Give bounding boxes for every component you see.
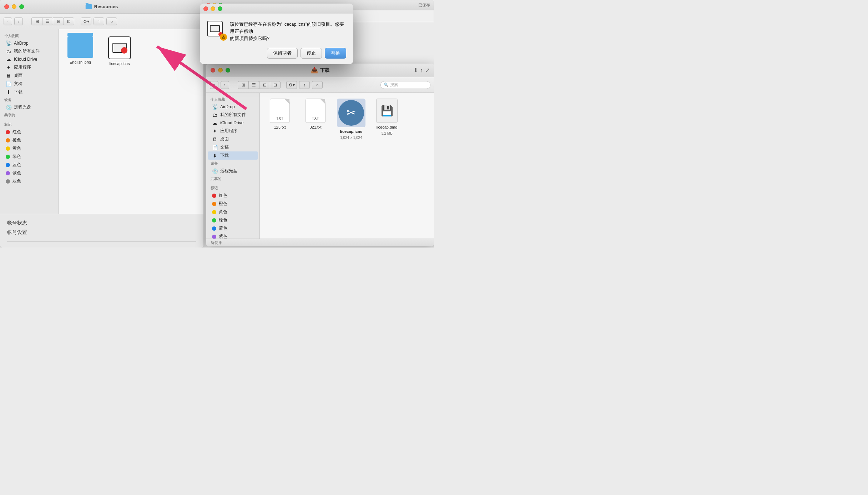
- sidebar-item-remote-disc[interactable]: 💿 远程光盘: [1, 103, 57, 111]
- sidebar-item-downloads[interactable]: ⬇ 下载: [1, 88, 57, 96]
- account-section: 帐号状态 帐号设置: [0, 214, 203, 248]
- dialog-warning-icon: ⚠: [220, 34, 227, 41]
- bg-toolbar: ‹ › ⊞ ☰ ⊟ ⊡ ⚙▾ ↑ ○: [0, 14, 203, 29]
- dialog-min-btn[interactable]: [211, 6, 215, 11]
- replace-button[interactable]: 替换: [325, 48, 346, 59]
- sidebar-item-green[interactable]: 绿色: [1, 152, 57, 161]
- sidebar-item-desktop[interactable]: 🖥 桌面: [1, 71, 57, 80]
- txt-123-icon: TXT: [270, 99, 290, 123]
- front-sidebar-desktop[interactable]: 🖥 桌面: [208, 135, 258, 143]
- sidebar-item-orange[interactable]: 橙色: [1, 136, 57, 144]
- front-max-btn[interactable]: [226, 68, 230, 72]
- front-sidebar-purple[interactable]: 紫色: [208, 232, 258, 239]
- folder-english-icon: [67, 36, 93, 58]
- forward-btn[interactable]: ›: [14, 18, 23, 25]
- bg-content: English.lproj licecap.icns: [59, 29, 203, 214]
- front-sidebar-disc[interactable]: 💿 远程光盘: [208, 167, 258, 175]
- front-red-dot: [212, 194, 216, 198]
- front-sidebar-docs[interactable]: 📄 文稿: [208, 143, 258, 151]
- front-search-box[interactable]: 🔍 搜索: [380, 81, 430, 89]
- file-english-lproj[interactable]: English.lproj: [66, 36, 95, 64]
- sidebar-item-blue[interactable]: 蓝色: [1, 161, 57, 169]
- dialog-message: 该位置已经存在在名称为"licecap.icns"的较旧项目。您要用正在移动的新…: [230, 21, 346, 42]
- front-list-view[interactable]: ☰: [248, 81, 259, 89]
- sidebar-item-purple[interactable]: 紫色: [1, 169, 57, 177]
- sidebar-item-airdrop[interactable]: 📡 AirDrop: [1, 39, 57, 47]
- front-icloud-icon: ☁: [212, 120, 218, 126]
- bg-window-title: Resources: [86, 4, 118, 9]
- front-sidebar-red[interactable]: 红色: [208, 191, 258, 200]
- col-view-btn[interactable]: ⊟: [53, 18, 64, 25]
- sidebar-item-docs[interactable]: 📄 文稿: [1, 80, 57, 88]
- front-share-btn[interactable]: ↑: [299, 81, 310, 89]
- file-licecap-dmg[interactable]: 💾 licecap.dmg 3.2 MB: [373, 99, 401, 135]
- account-status-label: 帐号状态: [7, 220, 196, 226]
- front-sidebar-icloud[interactable]: ☁ iCloud Drive: [208, 119, 258, 127]
- dialog-app-icon: [207, 21, 223, 36]
- file-321txt[interactable]: TXT 321.txt: [301, 99, 330, 129]
- section-devices: 设备: [0, 96, 59, 103]
- bg-max-btn[interactable]: [19, 4, 24, 9]
- sidebar-item-red[interactable]: 红色: [1, 128, 57, 136]
- front-close-btn[interactable]: [211, 68, 215, 72]
- downloads-icon: ⬇: [6, 89, 11, 95]
- cover-view-btn[interactable]: ⊡: [64, 18, 74, 25]
- front-sidebar-green[interactable]: 绿色: [208, 216, 258, 224]
- bg-min-btn[interactable]: [12, 4, 16, 9]
- status-text: 所使用: [211, 240, 222, 245]
- front-sidebar-airdrop[interactable]: 📡 AirDrop: [208, 103, 258, 111]
- list-view-btn[interactable]: ☰: [42, 18, 53, 25]
- file-dmg-size: 3.2 MB: [381, 131, 393, 135]
- file-123txt[interactable]: TXT 123.txt: [266, 99, 294, 129]
- front-sidebar-downloads[interactable]: ⬇ 下载: [208, 151, 258, 160]
- purple-dot: [6, 171, 10, 175]
- front-cover-view[interactable]: ⊡: [270, 81, 281, 89]
- sidebar-item-yellow[interactable]: 黄色: [1, 144, 57, 152]
- dialog-icon: ⚠: [207, 21, 225, 39]
- icon-view-btn[interactable]: ⊞: [31, 18, 42, 25]
- front-expand-icon: ⤢: [425, 67, 430, 74]
- screen-shape: [112, 43, 127, 53]
- front-allfiles-icon: 🗂: [212, 112, 218, 118]
- front-arrange-btn[interactable]: ⚙▾: [286, 81, 297, 89]
- front-sidebar-blue[interactable]: 蓝色: [208, 224, 258, 232]
- scissors-icon: ✂: [347, 106, 356, 120]
- front-sidebar-yellow[interactable]: 黄色: [208, 208, 258, 216]
- front-section-devices: 设备: [206, 160, 259, 167]
- file-licecap-icns-bg[interactable]: licecap.icns: [105, 36, 134, 66]
- front-apps-icon: ✦: [212, 128, 218, 134]
- front-titlebar: 📥 下载 ⬇ ↑ ⤢: [206, 64, 434, 77]
- keep-both-button[interactable]: 保留两者: [267, 48, 298, 59]
- front-col-view[interactable]: ⊟: [259, 81, 270, 89]
- sidebar-item-apps[interactable]: ✦ 应用程序: [1, 63, 57, 71]
- front-section-favorites: 个人收藏: [206, 96, 259, 103]
- txt-321-badge: TXT: [312, 116, 319, 120]
- front-min-btn[interactable]: [218, 68, 223, 72]
- sidebar-item-gray[interactable]: 灰色: [1, 177, 57, 185]
- file-licecap-icns-front[interactable]: ✂ licecap.icns 1,024 × 1,024: [337, 99, 365, 140]
- tag-btn[interactable]: ○: [106, 18, 117, 25]
- front-sidebar-apps[interactable]: ✦ 应用程序: [208, 127, 258, 135]
- sidebar-item-icloud[interactable]: ☁ iCloud Drive: [1, 55, 57, 63]
- dialog-max-btn[interactable]: [218, 6, 222, 11]
- bg-close-btn[interactable]: [4, 4, 9, 9]
- front-forward-btn[interactable]: ›: [221, 81, 229, 89]
- arrange-btn[interactable]: ⚙▾: [81, 18, 91, 25]
- apps-icon: ✦: [6, 65, 11, 70]
- front-tag-btn[interactable]: ○: [312, 81, 323, 89]
- back-btn[interactable]: ‹: [4, 18, 12, 25]
- sidebar-item-allfiles[interactable]: 🗂 我的所有文件: [1, 47, 57, 55]
- stop-button[interactable]: 停止: [301, 48, 322, 59]
- file-licecap-front-label: licecap.icns: [340, 129, 362, 134]
- front-disc-icon: 💿: [212, 168, 218, 174]
- front-sidebar-orange[interactable]: 橙色: [208, 200, 258, 208]
- front-back-btn[interactable]: ‹: [210, 81, 218, 89]
- file-123-label: 123.txt: [274, 125, 286, 129]
- icns-selected-wrapper: ✂: [337, 99, 365, 127]
- account-settings-label: 帐号设置: [7, 229, 196, 236]
- dialog-close-btn[interactable]: [203, 6, 208, 11]
- front-downloads-icon: ⬇: [212, 153, 218, 159]
- share-btn[interactable]: ↑: [94, 18, 104, 25]
- front-sidebar-allfiles[interactable]: 🗂 我的所有文件: [208, 111, 258, 119]
- front-icon-view[interactable]: ⊞: [238, 81, 248, 89]
